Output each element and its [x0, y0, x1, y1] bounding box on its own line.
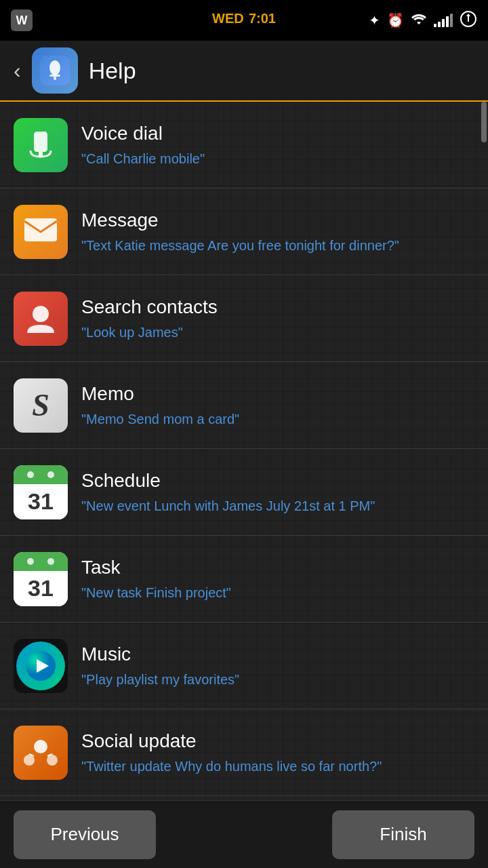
message-subtitle: "Text Katie message Are you free tonight… [81, 237, 399, 254]
contacts-icon [14, 292, 68, 346]
help-list: Voice dial "Call Charlie mobile" Message… [0, 102, 488, 868]
svg-point-14 [34, 740, 47, 753]
svg-point-10 [27, 558, 34, 565]
status-bar: W WED 7:01 ✦ ⏰ [0, 0, 488, 41]
contacts-text: Search contacts "Look up James" [81, 296, 218, 341]
memo-text: Memo "Memo Send mom a card" [81, 383, 239, 428]
social-subtitle: "Twitter update Why do humans live so fa… [81, 757, 382, 775]
music-text: Music "Play playlist my favorites" [81, 644, 239, 688]
schedule-icon: 31 [14, 465, 68, 519]
task-subtitle: "New task Finish project" [81, 584, 231, 601]
social-icon [14, 726, 68, 780]
list-item[interactable]: Search contacts "Look up James" [0, 275, 488, 362]
svg-rect-4 [54, 77, 56, 80]
svg-point-9 [47, 471, 54, 478]
signal-icon [434, 14, 453, 27]
svg-point-2 [49, 60, 60, 75]
task-icon: 31 [14, 552, 68, 606]
previous-button[interactable]: Previous [14, 810, 156, 859]
list-item[interactable]: S Memo "Memo Send mom a card" [0, 362, 488, 449]
alarm-icon: ⏰ [387, 12, 404, 28]
message-icon [14, 205, 68, 259]
music-subtitle: "Play playlist my favorites" [81, 671, 239, 688]
svg-point-15 [24, 755, 35, 766]
music-icon [14, 639, 68, 693]
list-item[interactable]: Music "Play playlist my favorites" [0, 623, 488, 709]
svg-rect-3 [49, 75, 60, 77]
memo-title: Memo [81, 383, 239, 405]
list-item[interactable]: 31 Task "New task Finish project" [0, 536, 488, 623]
back-button[interactable]: ‹ [14, 58, 21, 83]
memo-subtitle: "Memo Send mom a card" [81, 410, 239, 428]
social-title: Social update [81, 730, 382, 752]
schedule-text: Schedule "New event Lunch with James Jul… [81, 470, 375, 515]
schedule-title: Schedule [81, 470, 375, 492]
music-title: Music [81, 644, 239, 665]
bluetooth-icon: ✦ [369, 12, 380, 28]
message-title: Message [81, 210, 399, 231]
list-item[interactable]: Message "Text Katie message Are you free… [0, 189, 488, 275]
bottom-bar: Previous Finish [0, 800, 488, 868]
page-title: Help [89, 58, 136, 84]
task-text: Task "New task Finish project" [81, 557, 231, 601]
voice-dial-title: Voice dial [81, 123, 205, 144]
svg-point-16 [47, 755, 58, 766]
finish-button[interactable]: Finish [332, 810, 474, 859]
header: ‹ Help [0, 41, 488, 102]
voice-dial-subtitle: "Call Charlie mobile" [81, 150, 205, 167]
battery-icon [460, 10, 477, 31]
message-text: Message "Text Katie message Are you free… [81, 210, 399, 254]
app-indicator: W [11, 9, 33, 31]
status-icons: ✦ ⏰ [369, 10, 477, 31]
scroll-indicator [481, 102, 487, 142]
task-title: Task [81, 557, 231, 578]
wifi-icon [411, 12, 427, 29]
list-item[interactable]: Voice dial "Call Charlie mobile" [0, 102, 488, 189]
status-time: WED 7:01 [212, 7, 276, 28]
svg-rect-6 [24, 218, 57, 241]
schedule-subtitle: "New event Lunch with James July 21st at… [81, 497, 375, 515]
contacts-title: Search contacts [81, 296, 218, 318]
svg-point-11 [47, 558, 54, 565]
svg-point-8 [27, 471, 34, 478]
list-item[interactable]: 31 Schedule "New event Lunch with James … [0, 449, 488, 536]
app-icon [32, 47, 78, 94]
voice-dial-text: Voice dial "Call Charlie mobile" [81, 123, 205, 167]
list-item[interactable]: Social update "Twitter update Why do hum… [0, 709, 488, 796]
voice-dial-icon [14, 118, 68, 172]
social-text: Social update "Twitter update Why do hum… [81, 730, 382, 775]
memo-icon: S [14, 378, 68, 433]
contacts-subtitle: "Look up James" [81, 323, 218, 341]
svg-point-7 [33, 306, 49, 322]
